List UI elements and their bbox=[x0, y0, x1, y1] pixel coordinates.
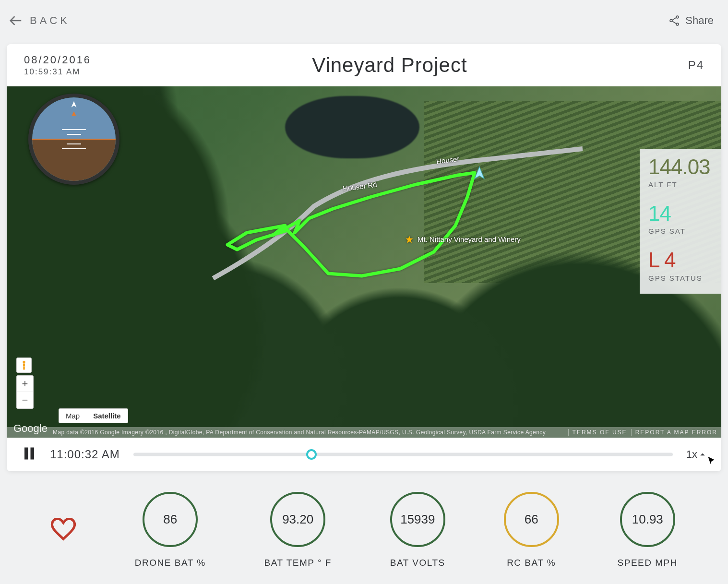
svg-marker-9 bbox=[72, 111, 76, 116]
flight-card: 08/20/2016 10:59:31 AM Vineyard Project … bbox=[7, 44, 721, 471]
metric-label: BAT VOLTS bbox=[390, 558, 445, 568]
svg-point-2 bbox=[676, 16, 679, 18]
pause-button[interactable] bbox=[22, 445, 36, 464]
map-type-map[interactable]: Map bbox=[59, 409, 86, 423]
gps-status-value: L 4 bbox=[648, 250, 713, 271]
gps-status-label: GPS STATUS bbox=[648, 274, 713, 283]
map-attribution-text: Map data ©2016 Google Imagery ©2016 , Di… bbox=[7, 429, 568, 436]
svg-marker-7 bbox=[406, 236, 413, 243]
metrics-footer: 86 DRONE BAT % 93.20 BAT TEMP ° F 15939 … bbox=[7, 476, 721, 584]
heart-icon bbox=[50, 518, 76, 541]
map-viewport[interactable]: Houser Rd Houser Mt. Nittany Vineyard an… bbox=[7, 86, 721, 438]
svg-rect-11 bbox=[23, 363, 25, 367]
metric-label: RC BAT % bbox=[507, 558, 556, 568]
metric-speed: 10.93 SPEED MPH bbox=[618, 492, 678, 568]
svg-line-5 bbox=[672, 21, 677, 24]
metric-label: DRONE BAT % bbox=[135, 558, 206, 568]
svg-point-10 bbox=[23, 361, 25, 363]
share-label: Share bbox=[685, 14, 714, 27]
altitude-label: ALT FT bbox=[648, 180, 713, 189]
share-icon bbox=[668, 14, 680, 27]
zoom-out-button[interactable]: − bbox=[17, 392, 33, 408]
svg-point-3 bbox=[676, 23, 679, 25]
flight-time: 10:59:31 AM bbox=[24, 67, 91, 77]
playback-track[interactable] bbox=[133, 452, 673, 457]
playback-thumb[interactable] bbox=[306, 449, 317, 460]
pause-icon bbox=[22, 445, 36, 462]
aircraft-model: P4 bbox=[688, 59, 704, 72]
metric-rc-battery: 66 RC BAT % bbox=[504, 492, 559, 568]
flight-date: 08/20/2016 bbox=[24, 54, 91, 66]
favorite-button[interactable] bbox=[50, 518, 76, 543]
playback-bar: 11:00:32 AM 1x bbox=[7, 438, 721, 471]
metric-ring: 15939 bbox=[390, 492, 445, 547]
map-poi[interactable]: Mt. Nittany Vineyard and Winery bbox=[405, 235, 521, 244]
map-type-satellite[interactable]: Satellite bbox=[86, 409, 128, 423]
metric-ring: 10.93 bbox=[620, 492, 675, 547]
map-type-toggle: Map Satellite bbox=[59, 408, 128, 423]
gps-sat-value: 14 bbox=[648, 203, 713, 224]
telemetry-panel: 144.03 ALT FT 14 GPS SAT L 4 GPS STATUS bbox=[640, 149, 721, 294]
svg-rect-12 bbox=[23, 367, 24, 370]
map-attribution-bar: Map data ©2016 Google Imagery ©2016 , Di… bbox=[7, 427, 721, 438]
zoom-in-button[interactable]: + bbox=[17, 376, 33, 392]
chevron-up-icon bbox=[699, 451, 706, 458]
streetview-pegman[interactable] bbox=[16, 358, 32, 373]
attitude-heading-icon bbox=[70, 110, 78, 120]
metric-ring: 93.20 bbox=[270, 492, 325, 547]
svg-marker-8 bbox=[72, 101, 77, 107]
metric-ring: 66 bbox=[504, 492, 559, 547]
mouse-cursor-icon bbox=[707, 456, 716, 467]
svg-rect-15 bbox=[31, 448, 35, 460]
svg-marker-16 bbox=[700, 453, 704, 456]
flight-datetime: 08/20/2016 10:59:31 AM bbox=[24, 54, 91, 77]
back-arrow-icon bbox=[9, 13, 23, 28]
metric-ring: 86 bbox=[143, 492, 198, 547]
metric-label: SPEED MPH bbox=[618, 558, 678, 568]
star-icon bbox=[405, 235, 414, 244]
gps-sat-label: GPS SAT bbox=[648, 227, 713, 235]
svg-point-1 bbox=[670, 20, 672, 22]
top-bar: BACK Share bbox=[0, 0, 728, 34]
telemetry-altitude: 144.03 ALT FT bbox=[648, 156, 713, 189]
attitude-indicator bbox=[28, 94, 119, 185]
card-header: 08/20/2016 10:59:31 AM Vineyard Project … bbox=[7, 44, 721, 86]
svg-marker-6 bbox=[475, 167, 484, 179]
metric-label: BAT TEMP ° F bbox=[264, 558, 332, 568]
playback-speed-button[interactable]: 1x bbox=[686, 448, 706, 461]
report-link[interactable]: REPORT A MAP ERROR bbox=[631, 429, 721, 436]
svg-rect-13 bbox=[24, 367, 25, 370]
metric-bat-volts: 15939 BAT VOLTS bbox=[390, 492, 445, 568]
zoom-controls: + − bbox=[16, 375, 34, 409]
terms-link[interactable]: TERMS OF USE bbox=[568, 429, 631, 436]
poi-label: Mt. Nittany Vineyard and Winery bbox=[418, 235, 521, 243]
telemetry-gps-sat: 14 GPS SAT bbox=[648, 203, 713, 235]
page-title: Vineyard Project bbox=[312, 54, 467, 77]
back-button[interactable]: BACK bbox=[9, 13, 70, 28]
pegman-icon bbox=[20, 360, 28, 370]
svg-rect-14 bbox=[24, 448, 28, 460]
playback-rail bbox=[133, 453, 673, 456]
playback-speed-label: 1x bbox=[686, 448, 697, 461]
share-button[interactable]: Share bbox=[668, 14, 714, 27]
playback-time: 11:00:32 AM bbox=[50, 448, 120, 461]
metric-bat-temp: 93.20 BAT TEMP ° F bbox=[264, 492, 332, 568]
metric-drone-battery: 86 DRONE BAT % bbox=[135, 492, 206, 568]
back-label: BACK bbox=[30, 14, 70, 27]
altitude-value: 144.03 bbox=[648, 156, 713, 178]
telemetry-gps-status: L 4 GPS STATUS bbox=[648, 250, 713, 283]
svg-line-4 bbox=[672, 18, 677, 20]
drone-heading-icon bbox=[472, 166, 487, 182]
